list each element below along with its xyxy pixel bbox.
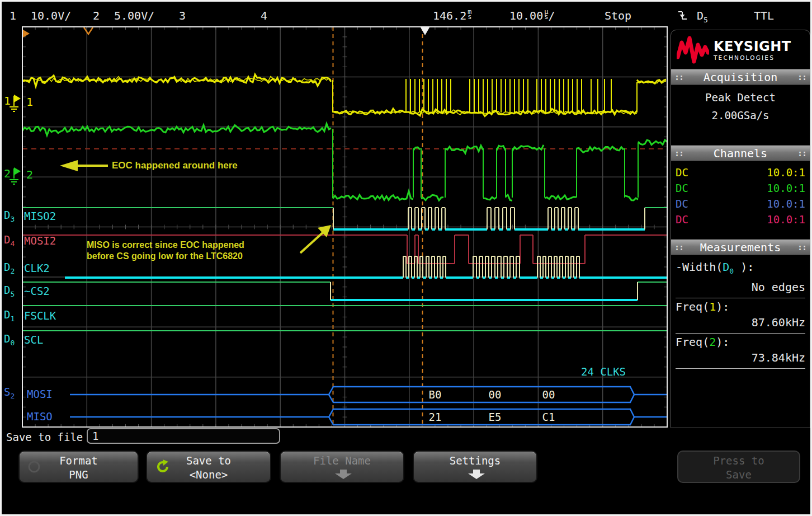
ch2-trace xyxy=(483,197,497,200)
bus-value-MISO-1: E5 xyxy=(489,411,502,423)
button-line1: File Name xyxy=(281,453,403,468)
button-line1: Settings xyxy=(414,453,536,468)
ch2-trace xyxy=(506,195,512,200)
bus-value-MISO-0: 21 xyxy=(429,411,442,423)
time-ref-marker xyxy=(23,30,30,37)
sidebar: KEYSIGHT TECHNOLOGIES :: Acquisition :: … xyxy=(671,30,810,428)
channel-row-2: DC10.0:1 xyxy=(676,180,805,196)
ch2-trace xyxy=(545,195,576,199)
press-to-save-button: Press toSave xyxy=(677,451,800,483)
brand-name: KEYSIGHT xyxy=(714,40,791,53)
channel-row-4: DC10.0:1 xyxy=(676,212,805,227)
ch2-trace xyxy=(497,146,506,150)
file-name-input[interactable] xyxy=(87,428,280,444)
ch1-scale[interactable]: 10.0V/ xyxy=(31,9,71,22)
bus-value-MOSI-2: 00 xyxy=(542,388,555,401)
ch2-trace xyxy=(577,147,624,152)
measurement-label: -Width(D0 ): xyxy=(676,260,805,279)
ch2-number[interactable]: 2 xyxy=(93,9,100,22)
channel-coupling: DC xyxy=(676,180,688,196)
ch1-ground-marker[interactable]: 1 xyxy=(4,94,21,111)
trigger-edge-icon xyxy=(677,9,689,21)
digital-channel-id-D0[interactable]: D0 xyxy=(4,332,15,347)
keysight-logo: KEYSIGHT TECHNOLOGIES xyxy=(671,30,810,69)
bus-value-MOSI-1: 00 xyxy=(489,388,502,401)
bus-envelope-MOSI xyxy=(329,387,634,402)
measurement-value: No edges xyxy=(676,279,805,295)
acquisition-panel-header[interactable]: :: Acquisition :: xyxy=(671,69,810,85)
cycle-icon xyxy=(155,459,171,475)
measurements-panel: -Width(D0 ):No edgesFreq(1):87.60kHzFreq… xyxy=(671,255,810,372)
annotation-miso: MISO is correct since EOC happenedbefore… xyxy=(87,240,244,262)
ch3-number[interactable]: 3 xyxy=(179,9,186,22)
sample-rate: 2.00GSa/s xyxy=(676,106,805,124)
digital-label-MISO2: MISO2 xyxy=(24,210,56,222)
down-arrow-icon xyxy=(334,470,352,480)
measurement-label: Freq(2): xyxy=(676,335,805,349)
digital-channel-id-D5[interactable]: D5 xyxy=(4,284,15,298)
bus-label-MISO: MISO xyxy=(27,410,53,423)
measurement-item-2: Freq(1):87.60kHz xyxy=(676,298,805,334)
bus-clock-count: 24 CLKS xyxy=(581,365,626,378)
channel-probe-ratio: 10.0:1 xyxy=(767,212,805,227)
channel-row-3: DC10.0:1 xyxy=(676,196,805,212)
bus-value-MOSI-0: B0 xyxy=(429,388,442,401)
channels-panel-header[interactable]: :: Channels :: xyxy=(671,146,810,161)
acquisition-mode: Peak Detect xyxy=(676,88,805,106)
serial-bus-id-S2[interactable]: S2 xyxy=(4,386,15,400)
eoc-arrow-head xyxy=(60,160,78,171)
measurement-value: 73.84kHz xyxy=(676,349,805,366)
channel-probe-ratio: 10.0:1 xyxy=(767,180,805,196)
cycle-icon xyxy=(27,460,41,473)
measurement-label: Freq(1): xyxy=(676,299,805,314)
measurements-panel-header[interactable]: :: Measurements :: xyxy=(671,240,810,255)
svg-text:2: 2 xyxy=(4,167,11,180)
down-arrow-icon xyxy=(468,470,485,480)
brand-sub: TECHNOLOGIES xyxy=(714,55,791,61)
delay-top-marker xyxy=(84,27,93,34)
digital-label-SCL: SCL xyxy=(24,334,43,346)
measurement-value: 87.60kHz xyxy=(676,314,805,331)
digital-channel-id-D1[interactable]: D1 xyxy=(4,308,15,323)
ch2-ground-marker[interactable]: 2 xyxy=(4,167,21,184)
digital-channel-id-D4[interactable]: D4 xyxy=(4,233,15,248)
digital-channel-id-D2[interactable]: D2 xyxy=(4,261,15,275)
trigger-mode[interactable]: TTL xyxy=(754,9,774,22)
ch2-trace xyxy=(625,196,638,200)
trigger-source[interactable]: D5 xyxy=(697,9,708,24)
ch2-scale[interactable]: 5.00V/ xyxy=(114,9,154,22)
oscilloscope-screen: B0000021E5C124 CLKS1212 1 10.0V/ 2 5.00V… xyxy=(0,0,812,516)
channel-probe-ratio: 10.0:1 xyxy=(767,196,805,212)
file-name-button: File Name xyxy=(280,451,404,483)
ch1-number[interactable]: 1 xyxy=(10,9,16,22)
channel-coupling: DC xyxy=(676,212,688,227)
button-line1: Press to xyxy=(678,453,799,468)
ch2-trace xyxy=(445,146,483,153)
digital-label-CLK2: CLK2 xyxy=(24,262,50,274)
channel-probe-ratio: 10.0:1 xyxy=(767,165,805,180)
channels-panel: DC10.0:1DC10.0:1DC10.0:1DC10.0:1 xyxy=(671,161,810,240)
save-to-button[interactable]: Save to<None> xyxy=(146,451,271,483)
channels-title: Channels xyxy=(714,147,767,160)
button-line2: Save xyxy=(678,468,799,481)
ch2-trace xyxy=(638,140,667,145)
annotation-eoc: EOC happened around here xyxy=(112,160,238,171)
format-button[interactable]: FormatPNG xyxy=(18,451,139,483)
settings-button[interactable]: Settings xyxy=(413,451,537,483)
run-state: Stop xyxy=(605,9,631,22)
ch4-number[interactable]: 4 xyxy=(261,9,267,22)
measurement-item-3: Freq(2):73.84kHz xyxy=(676,334,805,369)
horizontal-position: 146.2ms xyxy=(433,9,471,22)
ch1-grid-number: 1 xyxy=(26,95,33,109)
trigger-top-marker xyxy=(421,27,429,35)
ch2-trace xyxy=(421,195,443,200)
ch2-grid-number: 2 xyxy=(26,168,33,181)
digital-label-~CS2: ~CS2 xyxy=(24,285,50,297)
channel-coupling: DC xyxy=(676,196,688,212)
bus-envelope-MISO xyxy=(329,409,634,425)
digital-channel-id-D3[interactable]: D3 xyxy=(4,209,15,223)
measurements-title: Measurements xyxy=(700,241,781,254)
save-to-file-label: Save to file = xyxy=(6,431,96,443)
acquisition-panel: Peak Detect 2.00GSa/s xyxy=(671,85,810,146)
timebase: 10.00µs/ xyxy=(509,9,555,22)
